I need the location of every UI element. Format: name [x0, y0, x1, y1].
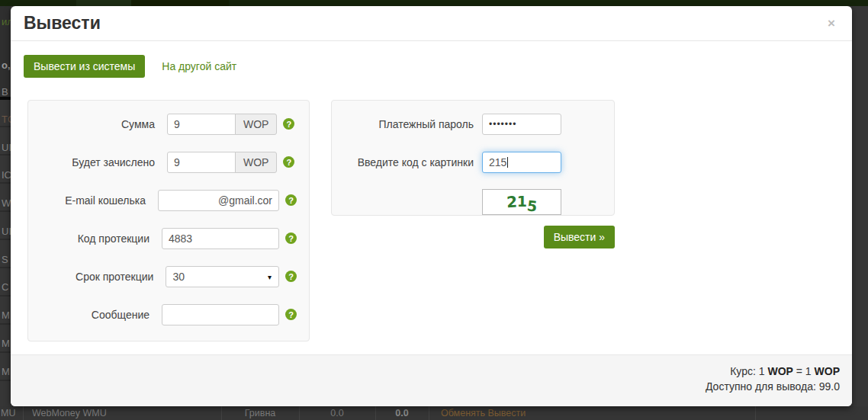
currency-addon: WOP — [235, 114, 277, 135]
help-icon[interactable]: ? — [285, 232, 297, 244]
currency-addon: WOP — [235, 152, 277, 173]
amount-input[interactable] — [167, 114, 236, 135]
captcha-digit: 5 — [526, 197, 538, 214]
close-icon[interactable]: × — [828, 17, 835, 30]
rate-prefix: Курс: 1 — [730, 365, 764, 377]
background-table-left-edge: ил о, В ТС UI IC W UI S C М М М — [0, 6, 11, 406]
confirmation-well: Платежный пароль Введите код с картинки … — [331, 100, 615, 216]
form-row-credited: Будет зачислено WOP ? — [40, 151, 297, 173]
captcha-digit: 1 — [517, 193, 527, 210]
background-overlay-right — [852, 6, 868, 406]
payment-password-label: Платежный пароль — [344, 118, 474, 130]
available-value: 99.0 — [819, 380, 840, 393]
bg-text-fragment: М — [2, 338, 10, 348]
bg-cell-id: MU — [1, 408, 15, 418]
bg-text-fragment: S — [2, 255, 8, 265]
withdraw-submit-button[interactable]: Вывести » — [544, 226, 615, 248]
bg-text-fragment: IC — [2, 170, 11, 180]
bg-cell-balance: 0.0 — [299, 408, 375, 418]
captcha-image: 2 1 5 — [482, 189, 561, 215]
screen: ил о, В ТС UI IC W UI S C М М М MU WebMo… — [0, 0, 868, 420]
form-row-amount: Сумма WOP ? — [40, 113, 297, 135]
credited-label: Будет зачислено — [40, 156, 155, 168]
protection-code-input[interactable] — [162, 228, 279, 249]
payment-password-input[interactable] — [482, 114, 561, 135]
form-row-payment-password: Платежный пароль — [344, 113, 602, 135]
captcha-input[interactable] — [482, 152, 561, 173]
bg-cell-balance-bold: 0.0 — [375, 408, 429, 418]
amount-label: Сумма — [40, 118, 155, 130]
column-separator — [755, 406, 756, 420]
protection-term-value: 30 — [172, 271, 185, 283]
bg-text-fragment: UI — [2, 226, 11, 236]
modal-footer: Курс: 1 WOP = 1 WOP Доступно для вывода:… — [11, 354, 852, 406]
form-row-captcha-image: 2 1 5 — [344, 189, 602, 211]
exchange-rate-line: Курс: 1 WOP = 1 WOP — [11, 364, 840, 379]
bg-text-fragment: ил — [2, 17, 11, 27]
modal-title: Вывести — [24, 13, 101, 34]
bg-cell-currency: Гривна — [221, 408, 299, 418]
help-icon[interactable]: ? — [285, 194, 297, 206]
bg-text-fragment: М — [2, 367, 10, 377]
protection-term-label: Срок протекции — [40, 271, 153, 283]
help-icon[interactable]: ? — [285, 309, 297, 320]
tab-to-other-site[interactable]: На другой сайт — [162, 60, 236, 72]
column-separator — [23, 406, 24, 420]
bg-cell-wallet: WebMoney WMU — [32, 408, 107, 418]
protection-code-label: Код протекции — [40, 232, 149, 245]
help-icon[interactable]: ? — [285, 271, 297, 282]
credited-input[interactable] — [167, 152, 236, 173]
bg-text-fragment: М — [2, 310, 10, 320]
form-row-captcha: Введите код с картинки — [344, 151, 602, 173]
message-input[interactable] — [162, 304, 279, 325]
tab-withdraw-from-system[interactable]: Вывести из системы — [24, 55, 145, 78]
rate-currency: WOP — [767, 365, 792, 377]
bg-text-fragment: о, — [2, 60, 11, 70]
text-cursor — [507, 157, 508, 168]
header-segment — [76, 0, 131, 6]
header-segment — [131, 0, 229, 6]
bg-text-fragment: W — [2, 198, 11, 208]
rate-eq: = 1 — [796, 365, 812, 377]
bg-cell-actions: Обменять Вывести — [441, 408, 526, 418]
form-row-protection-code: Код протекции ? — [40, 227, 297, 249]
available-label: Доступно для вывода: — [706, 380, 816, 393]
wallet-email-input[interactable] — [158, 190, 279, 211]
help-icon[interactable]: ? — [283, 118, 294, 130]
form-row-email: E-mail кошелька ? — [40, 189, 297, 211]
withdraw-form-panel: Сумма WOP ? Будет зачислено WOP ? E-mail… — [27, 100, 310, 341]
bg-text-fragment: C — [2, 282, 8, 292]
form-row-message: Сообщение ? — [40, 303, 297, 325]
modal-header: Вывести × — [11, 6, 852, 41]
rate-currency: WOP — [815, 365, 840, 377]
help-icon[interactable]: ? — [283, 156, 294, 168]
bg-text-fragment: ТС — [2, 114, 11, 124]
available-line: Доступно для вывода: 99.0 — [11, 379, 840, 394]
wallet-email-label: E-mail кошелька — [40, 194, 146, 207]
bg-text-fragment: UI — [2, 143, 11, 152]
protection-term-select[interactable]: 30 ▾ — [166, 266, 279, 287]
background-table-row: MU WebMoney WMU Гривна 0.0 0.0 Обменять … — [0, 406, 868, 420]
captcha-digit: 2 — [506, 193, 517, 212]
form-row-protection-term: Срок протекции 30 ▾ ? — [40, 265, 297, 287]
captcha-label: Введите код с картинки — [344, 156, 474, 168]
confirmation-panel: Платежный пароль Введите код с картинки … — [331, 100, 615, 248]
column-separator — [429, 406, 429, 420]
withdraw-tabs: Вывести из системы На другой сайт — [24, 55, 236, 78]
captcha-input-wrap — [482, 152, 561, 173]
withdraw-modal: Вывести × Вывести из системы На другой с… — [11, 6, 852, 406]
message-label: Сообщение — [40, 309, 149, 321]
bg-text-fragment: В — [2, 87, 8, 97]
chevron-down-icon: ▾ — [268, 274, 272, 281]
page-header-strip — [0, 0, 868, 6]
